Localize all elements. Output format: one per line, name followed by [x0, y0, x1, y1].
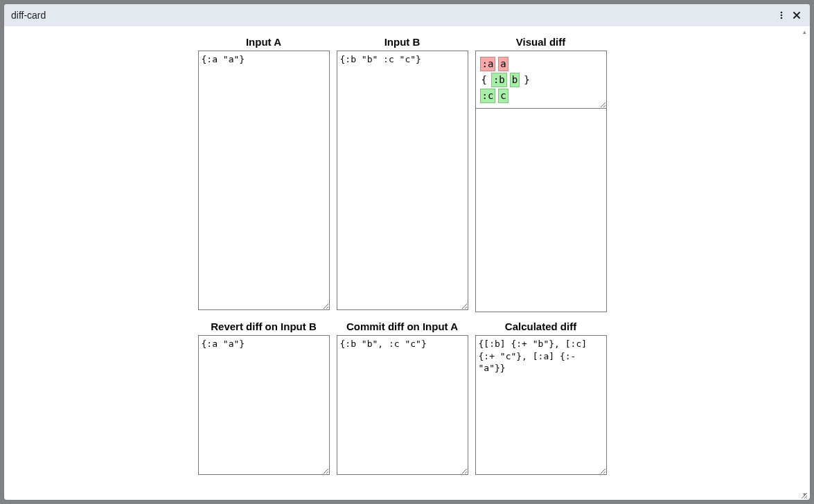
diff-key: :c [480, 89, 496, 103]
brace: } [522, 73, 531, 87]
input-a-textarea[interactable] [198, 51, 330, 310]
close-icon[interactable] [789, 8, 804, 23]
revert-textarea[interactable] [198, 335, 330, 475]
vertical-scrollbar[interactable]: ▴ ▾ [800, 26, 810, 500]
diff-val: a [498, 57, 508, 71]
commit-label: Commit diff on Input A [346, 321, 458, 332]
input-a-label: Input A [246, 36, 281, 48]
window-title: diff-card [11, 10, 46, 21]
input-b-label: Input B [384, 36, 421, 48]
diff-row: :cc [480, 89, 602, 103]
visual-diff-box: :aa{:bb}:cc [475, 51, 607, 109]
kebab-menu-icon[interactable] [774, 8, 789, 23]
diff-val: b [510, 73, 520, 87]
svg-point-1 [781, 15, 783, 17]
visual-diff-label: Visual diff [516, 36, 565, 48]
calculated-textarea[interactable] [475, 335, 607, 475]
revert-label: Revert diff on Input B [211, 321, 317, 332]
diff-row: {:bb} [480, 73, 602, 87]
content-area: Input A Input B Visual diff :aa{:bb}:cc [4, 26, 800, 500]
diff-row: :aa [480, 57, 602, 71]
input-b-textarea[interactable] [337, 51, 468, 310]
diff-val: c [498, 89, 508, 103]
resize-handle-icon[interactable] [800, 490, 808, 498]
commit-textarea[interactable] [337, 335, 468, 475]
svg-point-2 [781, 17, 783, 19]
svg-point-0 [781, 12, 783, 14]
brace: { [480, 73, 488, 87]
visual-diff-empty [475, 109, 607, 312]
diff-key: :b [491, 73, 507, 87]
diff-key: :a [480, 57, 496, 71]
window: diff-card Input A Input B Visual dif [4, 4, 810, 500]
scroll-up-icon[interactable]: ▴ [801, 28, 808, 36]
calculated-label: Calculated diff [505, 321, 576, 332]
titlebar: diff-card [4, 4, 810, 26]
